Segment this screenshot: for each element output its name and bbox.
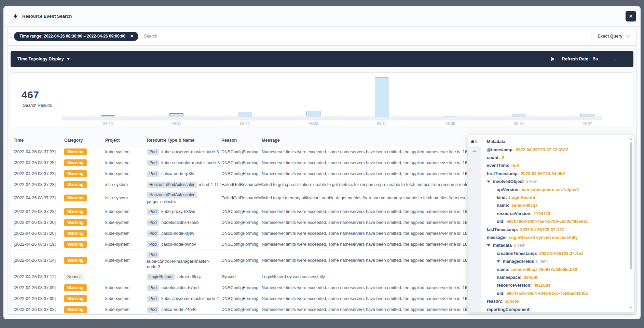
event-reason: DNSConfigForming <box>221 242 262 247</box>
metadata-row: namespace:default <box>487 273 629 281</box>
event-time: [2022-04-26 08:37:14] <box>14 258 64 263</box>
cloud-icon[interactable]: ☁ <box>468 147 481 154</box>
play-icon[interactable] <box>551 57 554 61</box>
scrollbar-thumb[interactable] <box>630 142 632 269</box>
resource-name: kube-scheduler-master-node-3 <box>161 160 220 165</box>
events-histogram-card: 467 Search Results 08:3008:3108:3208:330… <box>11 72 633 126</box>
category-badge: Warning <box>64 230 87 237</box>
x-tick-label: 08:34 <box>377 122 387 126</box>
histogram-bar[interactable] <box>169 113 183 116</box>
event-category: Warning <box>64 306 105 313</box>
histogram-bar[interactable] <box>238 112 252 117</box>
detail-panel-gutter <box>468 135 481 312</box>
resource-type-and-name: Podcalico-node-rp8hf <box>147 171 221 177</box>
resource-name: kube-apiserver-master-node-3 <box>161 149 219 154</box>
event-time: [2022-04-26 08:37:23] <box>14 171 64 176</box>
detail-scrollbar[interactable]: ▲ ▼ <box>629 137 633 311</box>
event-reason: DNSConfigForming <box>221 231 262 236</box>
histogram-bar[interactable] <box>512 114 526 116</box>
caret-down-icon <box>67 58 70 60</box>
metadata-row: creationTimestamp:2022-04-25T23:34:45Z <box>487 249 629 257</box>
metadata-key: creationTimestamp: <box>497 251 537 256</box>
time-range-filter-chip[interactable]: Time range: 2022-04-26 08:30:00 – 2022-0… <box>14 32 138 41</box>
metadata-value: 2022-04-25T23:37:12.018Z <box>516 147 568 152</box>
metadata-value: admin-d9cqz <box>511 203 537 208</box>
event-category: Warning <box>64 208 105 215</box>
resource-kind-chip: Pod <box>147 230 159 237</box>
metadata-row: name:admin-d9cqz <box>487 202 629 210</box>
category-badge: Warning <box>64 170 87 177</box>
lightning-bolt-icon <box>13 13 18 19</box>
collapse-caret-icon[interactable] <box>487 244 490 246</box>
resource-kind-chip: LoginRecord <box>147 274 175 280</box>
event-time: [2022-04-26 08:37:25] <box>14 160 64 165</box>
metadata-row: apiVersion:iam.kubesphere.io/v1alpha2 <box>487 186 629 194</box>
metadata-key: namespace: <box>497 275 521 280</box>
scroll-up-icon[interactable]: ▲ <box>629 138 633 141</box>
topology-display-dropdown[interactable]: Time Topology Display <box>17 57 70 61</box>
event-reason: DNSConfigForming <box>221 296 262 301</box>
x-tick-label: 08:35 <box>446 122 455 126</box>
category-badge: Normal <box>64 273 84 280</box>
metadata-key: firstTimestamp: <box>487 171 519 176</box>
category-badge: Warning <box>64 148 87 155</box>
event-project: kube-system <box>105 171 147 176</box>
remove-filter-icon[interactable]: ✕ <box>130 34 134 39</box>
event-category: Warning <box>64 257 105 264</box>
metadata-key: uid: <box>497 291 505 296</box>
topology-display-label: Time Topology Display <box>17 57 64 61</box>
metadata-row: count:2 <box>487 154 629 161</box>
column-header-resource-type-name: Resource Type & Name <box>147 138 221 143</box>
category-badge: Warning <box>64 208 87 215</box>
resource-name: istiod-1-11-2 <box>199 182 221 187</box>
resource-type-and-name: Podcalico-node-rwhpv <box>147 241 221 247</box>
collapse-caret-icon[interactable] <box>497 260 500 262</box>
search-input[interactable] <box>144 34 591 39</box>
resource-type-and-name: Podkube-apiserver-master-node-2 <box>147 296 221 302</box>
resource-type-and-name: Podcalico-node-xlj4w <box>147 230 221 237</box>
histogram-bar[interactable] <box>375 77 389 116</box>
resource-kind-chip: HorizontalPodAutoscaler <box>147 192 197 198</box>
metadata-row: @timestamp:2022-04-25T23:37:12.018Z <box>487 146 629 154</box>
column-header-time: Time <box>14 138 64 143</box>
metadata-key: name: <box>497 203 509 208</box>
x-axis-band <box>62 116 602 120</box>
event-project: kube-system <box>105 209 147 214</box>
histogram-bar[interactable] <box>101 115 115 116</box>
event-category: Warning <box>64 159 105 166</box>
close-icon[interactable]: ✕ <box>626 11 636 22</box>
column-header-project: Project <box>105 138 147 143</box>
column-header-category: Category <box>64 138 105 143</box>
refresh-rate-chevron-icon[interactable] <box>614 57 617 61</box>
resource-type-and-name: Podnodelocaldns-t7p5b <box>147 219 221 226</box>
time-range-label: Time range: 2022-04-26 08:30:00 – 2022-0… <box>19 34 125 39</box>
metadata-row: reportingComponent: <box>487 305 629 312</box>
collapse-caret-icon[interactable] <box>487 181 490 183</box>
query-mode-dropdown[interactable]: Exact Query <box>591 27 636 45</box>
resource-name: calico-node-xlj4w <box>161 231 194 236</box>
event-project: istio-system <box>105 182 147 187</box>
resource-type-and-name: Podcalico-node-74p46 <box>147 306 221 313</box>
scroll-down-icon[interactable]: ▼ <box>629 306 633 310</box>
column-header-reason: Reason <box>221 138 262 143</box>
key-value-view-icon[interactable] <box>468 139 481 145</box>
resource-kind-chip: Pod <box>147 160 159 166</box>
search-summary: 467 Search Results <box>22 89 52 108</box>
histogram-bar[interactable] <box>306 111 320 117</box>
event-time: [2022-04-26 08:37:19] <box>14 242 64 247</box>
x-tick-label: 08:37 <box>583 122 592 126</box>
resource-type-and-name: LoginRecordadmin-d9cqz <box>147 274 221 280</box>
metadata-key: uid: <box>497 219 505 224</box>
resource-kind-chip: Pod <box>147 149 159 155</box>
metadata-row: eventTime:null <box>487 162 629 170</box>
metadata-value: 1704713 <box>534 211 550 216</box>
event-search-page: { "colors": { "accent_navy": "#242e42", … <box>0 0 644 328</box>
event-project: kube-system <box>105 231 147 236</box>
category-badge: Warning <box>64 295 87 302</box>
category-badge: Warning <box>64 284 87 291</box>
refresh-rate-value: 5s <box>593 57 598 61</box>
histogram-bar[interactable] <box>580 114 594 116</box>
resource-name: nodelocaldns-t7p5b <box>161 220 198 225</box>
event-reason: FailedGetResourceMetric <box>221 182 262 187</box>
metadata-key: managedFields <box>503 259 534 264</box>
